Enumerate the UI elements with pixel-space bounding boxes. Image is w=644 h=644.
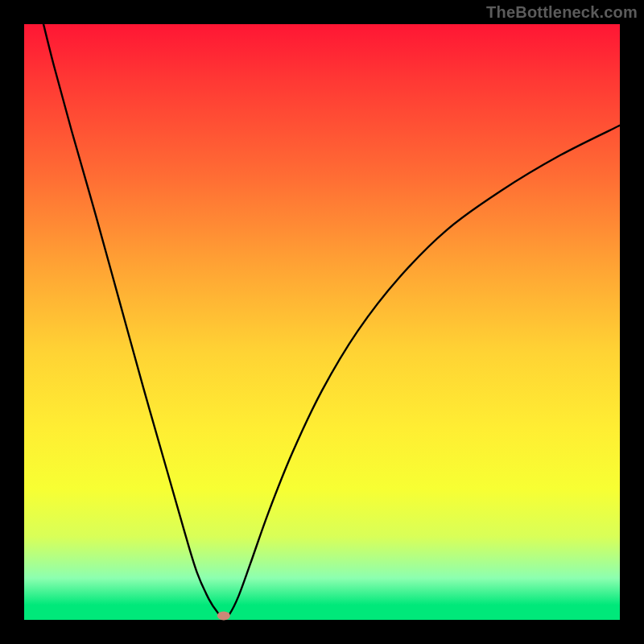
bottleneck-curve [24, 24, 620, 620]
watermark-text: TheBottleneck.com [486, 3, 638, 22]
plot-gradient-area [24, 24, 620, 620]
chart-frame: TheBottleneck.com [0, 0, 644, 644]
